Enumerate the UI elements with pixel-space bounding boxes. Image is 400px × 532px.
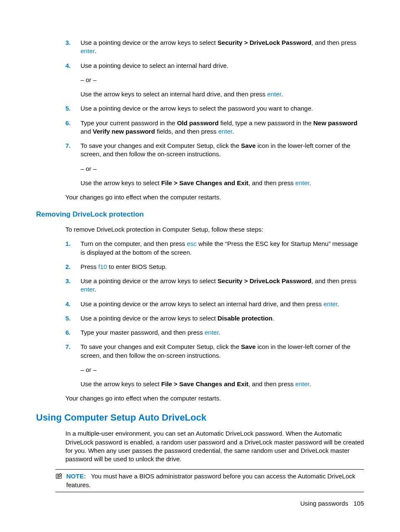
note-text: You must have a BIOS administrator passw… bbox=[66, 473, 356, 488]
text: Press bbox=[81, 263, 99, 270]
list-body: Type your current password in the Old pa… bbox=[81, 119, 364, 136]
page-content: 3. Use a pointing device or the arrow ke… bbox=[36, 39, 364, 492]
bold-text: Security > DriveLock Password bbox=[218, 277, 312, 284]
key-text: enter bbox=[295, 179, 309, 186]
list-number: 7. bbox=[65, 343, 81, 388]
key-text: f10 bbox=[99, 263, 107, 270]
text: Use a pointing device to select an inter… bbox=[81, 62, 229, 69]
footer-section: Using passwords bbox=[300, 500, 348, 507]
list-item: 5. Use a pointing device or the arrow ke… bbox=[65, 314, 364, 323]
text: Use a pointing device or the arrow keys … bbox=[81, 300, 324, 307]
key-text: enter bbox=[324, 300, 338, 307]
list-item: 5. Use a pointing device or the arrow ke… bbox=[65, 104, 364, 113]
key-text: enter bbox=[81, 286, 94, 293]
list-body: Use a pointing device to select an inter… bbox=[81, 62, 364, 99]
list-body: Type your master password, and then pres… bbox=[81, 328, 364, 337]
list-item: 3. Use a pointing device or the arrow ke… bbox=[65, 277, 364, 294]
text: To save your changes and exit Computer S… bbox=[81, 142, 241, 149]
key-text: esc bbox=[187, 240, 197, 247]
text: and bbox=[81, 128, 93, 135]
text: to enter BIOS Setup. bbox=[107, 263, 167, 270]
list-body: Use a pointing device or the arrow keys … bbox=[81, 277, 364, 294]
text: To save your changes and exit Computer S… bbox=[81, 343, 241, 350]
text: Type your current password in the bbox=[81, 119, 177, 127]
list-body: To save your changes and exit Computer S… bbox=[81, 343, 364, 388]
list-item: 3. Use a pointing device or the arrow ke… bbox=[65, 39, 364, 56]
list-number: 7. bbox=[65, 142, 81, 187]
heading-auto-drivelock: Using Computer Setup Auto DriveLock bbox=[36, 411, 364, 424]
key-text: enter bbox=[267, 90, 281, 98]
bold-text: Verify new password bbox=[93, 128, 155, 135]
text: Use the arrow keys to select bbox=[81, 179, 161, 186]
text: , and then press bbox=[249, 380, 296, 387]
list-number: 5. bbox=[65, 104, 81, 113]
ordered-list-change-password: 3. Use a pointing device or the arrow ke… bbox=[65, 39, 364, 187]
text: Use a pointing device or the arrow keys … bbox=[81, 105, 313, 112]
text: . bbox=[309, 179, 311, 186]
list-number: 4. bbox=[65, 300, 81, 308]
key-text: enter bbox=[205, 329, 218, 336]
list-item: 1. Turn on the computer, and then press … bbox=[65, 240, 364, 257]
ordered-list-remove-drivelock: 1. Turn on the computer, and then press … bbox=[65, 240, 364, 388]
or-text: – or – bbox=[81, 165, 364, 173]
list-number: 2. bbox=[65, 263, 81, 271]
text: . bbox=[94, 286, 96, 293]
list-number: 1. bbox=[65, 240, 81, 257]
list-body: Press f10 to enter BIOS Setup. bbox=[81, 263, 364, 271]
text: fields, and then press bbox=[155, 128, 218, 135]
text: . bbox=[218, 329, 220, 336]
intro-text: To remove DriveLock protection in Comput… bbox=[65, 225, 364, 234]
list-item: 2. Press f10 to enter BIOS Setup. bbox=[65, 263, 364, 271]
paragraph: In a multiple-user environment, you can … bbox=[65, 429, 364, 463]
text: Turn on the computer, and then press bbox=[81, 240, 187, 247]
list-number: 5. bbox=[65, 314, 81, 323]
text: Use the arrow keys to select an internal… bbox=[81, 90, 364, 98]
text: . bbox=[232, 128, 234, 135]
list-body: To save your changes and exit Computer S… bbox=[81, 142, 364, 187]
heading-removing-drivelock: Removing DriveLock protection bbox=[36, 210, 364, 220]
note-box: NOTE: You must have a BIOS administrator… bbox=[55, 469, 364, 492]
list-number: 3. bbox=[65, 277, 81, 294]
list-body: Use a pointing device or the arrow keys … bbox=[81, 104, 364, 113]
key-text: enter bbox=[218, 128, 232, 135]
note-body: NOTE: You must have a BIOS administrator… bbox=[66, 472, 364, 489]
text: . bbox=[273, 315, 274, 322]
text: Type your master password, and then pres… bbox=[81, 329, 205, 336]
bold-text: Disable protection bbox=[218, 315, 273, 322]
note-icon bbox=[55, 472, 66, 489]
bold-text: New password bbox=[313, 119, 357, 127]
text: . bbox=[281, 90, 283, 98]
text: Use a pointing device or the arrow keys … bbox=[81, 277, 218, 284]
list-body: Use a pointing device or the arrow keys … bbox=[81, 300, 364, 308]
list-body: Turn on the computer, and then press esc… bbox=[81, 240, 364, 257]
list-body: Use a pointing device or the arrow keys … bbox=[81, 314, 364, 323]
list-item: 6. Type your master password, and then p… bbox=[65, 328, 364, 337]
list-number: 3. bbox=[65, 39, 81, 56]
list-item: 4. Use a pointing device to select an in… bbox=[65, 62, 364, 99]
bold-text: File > Save Changes and Exit bbox=[161, 179, 249, 186]
text: Use the arrow keys to select File > Save… bbox=[81, 179, 364, 187]
list-item: 4. Use a pointing device or the arrow ke… bbox=[65, 300, 364, 308]
list-item: 7. To save your changes and exit Compute… bbox=[65, 343, 364, 388]
text: . bbox=[309, 380, 311, 387]
list-item: 6. Type your current password in the Old… bbox=[65, 119, 364, 136]
list-body: Use a pointing device or the arrow keys … bbox=[81, 39, 364, 56]
text: , and then press bbox=[312, 39, 357, 46]
closing-text: Your changes go into effect when the com… bbox=[65, 193, 364, 201]
text: . bbox=[94, 47, 96, 54]
list-number: 6. bbox=[65, 119, 81, 136]
text: Use a pointing device or the arrow keys … bbox=[81, 315, 218, 322]
bold-text: Old password bbox=[177, 119, 218, 127]
text: field, type a new password in the bbox=[218, 119, 313, 127]
bold-text: Save bbox=[241, 343, 256, 350]
text: . bbox=[338, 300, 339, 307]
list-number: 4. bbox=[65, 62, 81, 99]
page-footer: Using passwords 105 bbox=[300, 499, 364, 508]
text: Use a pointing device or the arrow keys … bbox=[81, 39, 218, 46]
closing-text: Your changes go into effect when the com… bbox=[65, 394, 364, 403]
note-label: NOTE: bbox=[66, 473, 86, 480]
text: Use the arrow keys to select bbox=[81, 380, 161, 387]
bold-text: Security > DriveLock Password bbox=[218, 39, 312, 46]
or-text: – or – bbox=[81, 366, 364, 374]
text: , and then press bbox=[312, 277, 357, 284]
